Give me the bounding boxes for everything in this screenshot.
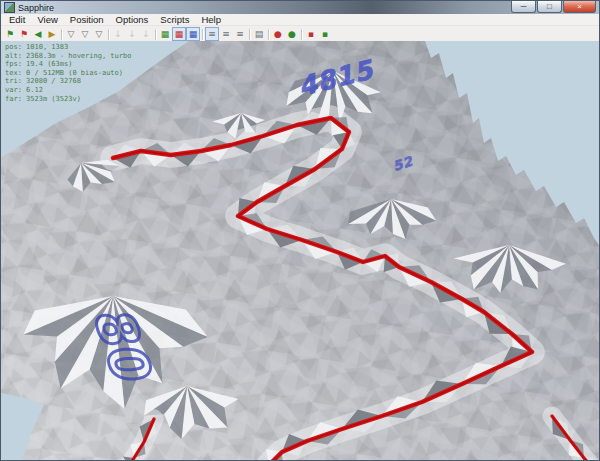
add-marker-red-button[interactable]: ⚑ — [17, 27, 31, 41]
grid-icon: ▤ — [255, 29, 264, 39]
toolbar: ⚑⚑◀▶▽▽▽↓↓↓▦▦▦≡≡≡▤●●▪▪ — [1, 26, 599, 41]
toolbar-separator — [108, 29, 109, 40]
close-button[interactable]: × — [563, 1, 596, 13]
lower-lod-2-button[interactable]: ↓ — [125, 27, 139, 41]
app-icon — [4, 2, 15, 13]
wireframe-icon: ▽ — [82, 29, 89, 39]
flag-green-icon: ⚑ — [6, 29, 14, 39]
detail-low-toggle[interactable]: ≡ — [205, 27, 219, 41]
grid-blue-icon: ▦ — [189, 29, 198, 39]
toolbar-separator — [301, 29, 302, 40]
start-capture-button[interactable]: ▪ — [318, 27, 332, 41]
menu-position[interactable]: Position — [64, 14, 110, 25]
export-terrain-button[interactable]: ▶ — [45, 27, 59, 41]
flag-red-icon: ⚑ — [20, 29, 28, 39]
grid-red-icon: ▦ — [175, 29, 184, 39]
minimize-button[interactable]: ─ — [511, 1, 536, 13]
menu-help[interactable]: Help — [195, 14, 227, 25]
wireframe-view-2-button[interactable]: ▽ — [78, 27, 92, 41]
terrain-render: 48158052 — [1, 41, 600, 461]
toolbar-separator — [268, 29, 269, 40]
menu-bar: EditViewPositionOptionsScriptsHelp — [1, 14, 599, 26]
export-arrow-icon: ▶ — [49, 29, 56, 39]
toolbar-separator — [61, 29, 62, 40]
dot-red-icon: ● — [274, 29, 282, 39]
down-arrow-icon: ↓ — [142, 29, 150, 39]
menu-view[interactable]: View — [31, 14, 63, 25]
wireframe-view-1-button[interactable]: ▽ — [64, 27, 78, 41]
app-window: Sapphire ─□× EditViewPositionOptionsScri… — [0, 0, 600, 461]
window-title: Sapphire — [18, 3, 54, 13]
wireframe-view-3-button[interactable]: ▽ — [92, 27, 106, 41]
maximize-button[interactable]: □ — [537, 1, 562, 13]
window-controls: ─□× — [511, 1, 596, 13]
add-marker-green-button[interactable]: ⚑ — [3, 27, 17, 41]
toolbar-separator — [202, 29, 203, 40]
toolbar-separator — [249, 29, 250, 40]
down-arrow-icon: ↓ — [114, 29, 122, 39]
dot-green-icon: ● — [288, 29, 296, 39]
grid-green-icon: ▦ — [161, 29, 170, 39]
grid-toggle-button[interactable]: ▤ — [252, 27, 266, 41]
detail-high-button[interactable]: ≡ — [233, 27, 247, 41]
import-terrain-button[interactable]: ◀ — [31, 27, 45, 41]
square-red-icon: ▪ — [308, 29, 314, 39]
menu-scripts[interactable]: Scripts — [154, 14, 195, 25]
detail-mid-button[interactable]: ≡ — [219, 27, 233, 41]
menu-options[interactable]: Options — [110, 14, 155, 25]
title-bar[interactable]: Sapphire ─□× — [1, 1, 599, 14]
import-arrow-icon: ◀ — [35, 29, 42, 39]
terrain-stats-button[interactable]: ▦ — [158, 27, 172, 41]
viewport-3d[interactable]: 48158052 pos: 1010, 1383alt: 2368.3m - h… — [1, 41, 600, 461]
lower-lod-1-button[interactable]: ↓ — [111, 27, 125, 41]
clear-marker-red-button[interactable]: ● — [271, 27, 285, 41]
square-green-icon: ▪ — [322, 29, 328, 39]
wireframe-icon: ▽ — [96, 29, 103, 39]
menu-edit[interactable]: Edit — [3, 14, 31, 25]
stop-capture-button[interactable]: ▪ — [304, 27, 318, 41]
overlay-blue-layer-toggle[interactable]: ▦ — [186, 27, 200, 41]
lines-icon: ≡ — [236, 29, 244, 39]
toolbar-separator — [155, 29, 156, 40]
down-arrow-icon: ↓ — [128, 29, 136, 39]
wireframe-icon: ▽ — [68, 29, 75, 39]
lines-icon: ≡ — [222, 29, 230, 39]
lines-icon: ≡ — [208, 29, 216, 39]
set-marker-green-button[interactable]: ● — [285, 27, 299, 41]
overlay-red-layer-toggle[interactable]: ▦ — [172, 27, 186, 41]
lower-lod-3-button[interactable]: ↓ — [139, 27, 153, 41]
